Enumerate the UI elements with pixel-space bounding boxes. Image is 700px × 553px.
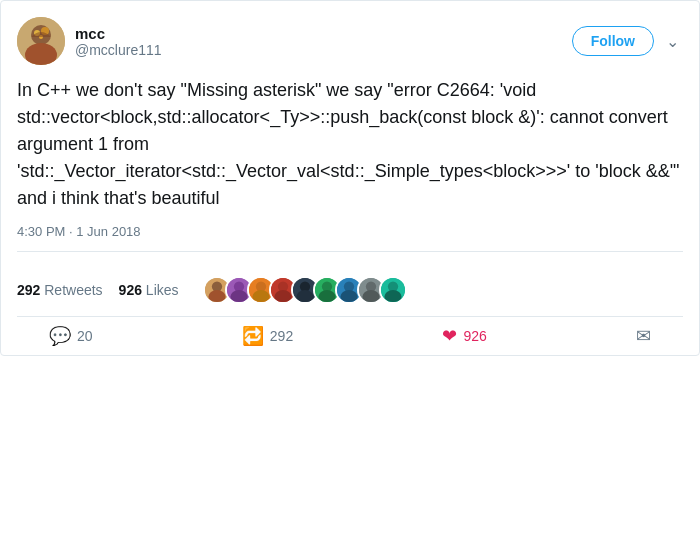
- display-name[interactable]: mcc: [75, 25, 162, 42]
- more-options-button[interactable]: ⌄: [662, 28, 683, 55]
- reply-icon: 💬: [49, 325, 71, 347]
- heart-count: 926: [463, 328, 486, 344]
- tweet-timestamp: 4:30 PM · 1 Jun 2018: [17, 224, 683, 252]
- header-actions: Follow ⌄: [572, 26, 683, 56]
- avatar[interactable]: [17, 17, 65, 65]
- dm-button[interactable]: ✉: [636, 325, 651, 347]
- heart-icon: ❤: [442, 325, 457, 347]
- liker-avatar-9: [379, 276, 407, 304]
- retweet-action-count: 292: [270, 328, 293, 344]
- retweet-count: 292: [17, 282, 40, 298]
- user-info-group: mcc @mcclure111: [17, 17, 162, 65]
- likes-label: Likes: [146, 282, 179, 298]
- likers-avatars: [203, 276, 407, 304]
- retweet-icon: 🔁: [242, 325, 264, 347]
- tweet-actions: 💬 20 🔁 292 ❤ 926 ✉: [17, 317, 683, 355]
- tweet-header: mcc @mcclure111 Follow ⌄: [17, 17, 683, 65]
- tweet-body: In C++ we don't say "Missing asterisk" w…: [17, 77, 683, 212]
- reply-count: 20: [77, 328, 93, 344]
- like-button[interactable]: ❤ 926: [442, 325, 486, 347]
- retweet-stat: 292 Retweets: [17, 282, 103, 298]
- reply-button[interactable]: 💬 20: [49, 325, 93, 347]
- retweet-button[interactable]: 🔁 292: [242, 325, 293, 347]
- likes-stat: 926 Likes: [119, 282, 179, 298]
- user-info: mcc @mcclure111: [75, 25, 162, 58]
- follow-button[interactable]: Follow: [572, 26, 654, 56]
- retweet-label: Retweets: [44, 282, 102, 298]
- tweet-stats: 292 Retweets 926 Likes: [17, 264, 683, 317]
- tweet-card: mcc @mcclure111 Follow ⌄ In C++ we don't…: [0, 0, 700, 356]
- envelope-icon: ✉: [636, 325, 651, 347]
- username[interactable]: @mcclure111: [75, 42, 162, 58]
- likes-count: 926: [119, 282, 142, 298]
